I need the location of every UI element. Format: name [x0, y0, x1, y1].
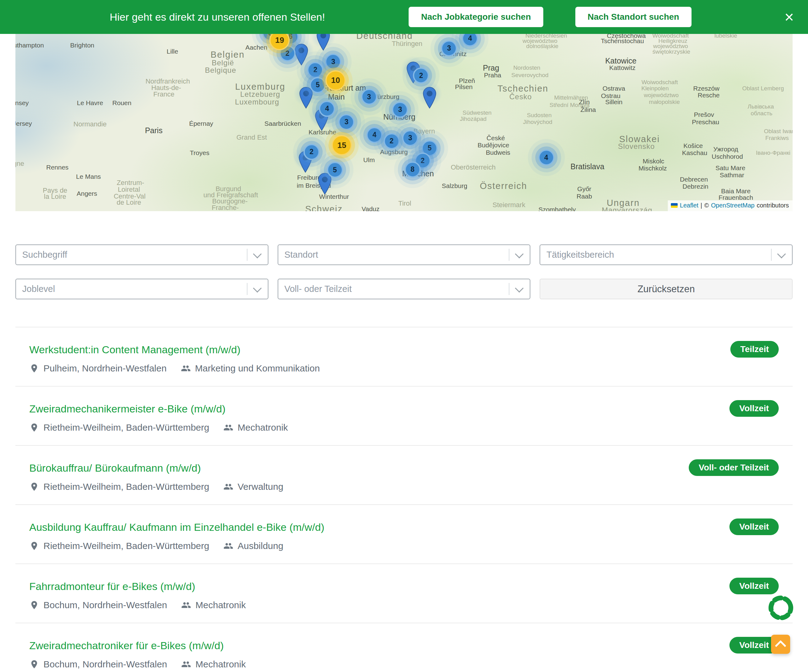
map-label: Aachen — [245, 44, 267, 51]
filter-taetigkeitsbereich[interactable]: Tätigkeitsbereich — [539, 244, 793, 265]
map-cluster[interactable]: 3 — [338, 114, 354, 130]
map-label: Deutschland — [356, 34, 412, 41]
osm-link[interactable]: OpenStreetMap — [711, 202, 755, 209]
filter-suchbegriff[interactable]: Suchbegriff — [15, 244, 269, 265]
map-label: Augsburg — [380, 148, 408, 155]
map-cluster[interactable]: 10 — [326, 70, 346, 90]
job-row[interactable]: Bürokauffrau/ Bürokaufmann (m/w/d) Rieth… — [15, 446, 793, 505]
jobs-map[interactable]: uthamptonBrightonLilleBelgienBelgiëBelgi… — [15, 34, 793, 211]
filter-placeholder: Joblevel — [22, 284, 55, 294]
map-label: Sudosten — [527, 112, 552, 119]
map-label: Südwesten — [462, 109, 491, 116]
job-category: Mechatronik — [195, 599, 245, 611]
people-icon — [224, 482, 233, 491]
job-row[interactable]: Zweiradmechanikermeister e-Bike (m/w/d) … — [15, 386, 793, 446]
job-location: Rietheim-Weilheim, Baden-Württemberg — [43, 481, 209, 493]
map-label: gne — [15, 160, 24, 168]
map-cluster[interactable]: 3 — [325, 53, 341, 70]
map-cluster[interactable]: 5 — [327, 162, 343, 178]
filter-joblevel[interactable]: Joblevel — [15, 279, 269, 299]
map-label: Satu Mare — [716, 164, 745, 172]
map-label: Épernay — [189, 120, 213, 127]
map-label: Woiwodschaft — [642, 79, 678, 86]
chevron-down-icon — [777, 249, 786, 258]
map-cluster[interactable]: 3 — [392, 102, 408, 118]
chevron-down-icon — [515, 249, 524, 258]
map-label: Resche — [698, 92, 720, 99]
map-label: Львівська — [748, 103, 774, 110]
map-label: Le Havre — [77, 99, 103, 107]
map-cluster[interactable]: 4 — [366, 127, 382, 143]
job-title-link[interactable]: Fahrradmonteur für e-Bikes (m/w/d) — [29, 580, 195, 593]
map-cluster[interactable]: 2 — [307, 62, 323, 78]
job-meta: Bochum, Nordrhein-Westfalen Mechatronik — [29, 599, 779, 611]
job-location: Bochum, Nordrhein-Westfalen — [43, 599, 167, 611]
map-cluster[interactable]: 2 — [304, 144, 320, 160]
map-cluster[interactable]: 8 — [405, 162, 421, 177]
copyright-sign: © — [704, 202, 709, 209]
map-label: Budweis — [486, 149, 510, 156]
map-label: de Loire — [117, 199, 141, 207]
filter-standort[interactable]: Standort — [278, 244, 531, 265]
map-cluster[interactable]: 3 — [441, 40, 457, 57]
job-row[interactable]: Werkstudent:in Content Management (m/w/d… — [15, 328, 793, 386]
map-label: Oblast Lemberg — [742, 85, 784, 92]
map-cluster[interactable]: 3 — [402, 130, 418, 146]
map-label: Slovensko — [618, 142, 655, 151]
job-badge: Vollzeit — [730, 518, 779, 535]
job-row[interactable]: Zweiradmechatroniker für e-Bikes (m/w/d)… — [15, 623, 793, 672]
close-icon[interactable]: × — [785, 9, 794, 25]
map-label: Івано-Франкі — [756, 149, 790, 156]
map-label: Severovychod — [511, 72, 548, 79]
map-pin-icon[interactable] — [318, 173, 332, 196]
map-cluster[interactable]: 4 — [319, 101, 335, 117]
filter-voll-oder-teilzeit[interactable]: Voll- oder Teilzeit — [278, 279, 531, 299]
map-label: Ужгород — [713, 145, 738, 153]
job-title-link[interactable]: Werkstudent:in Content Management (m/w/d… — [29, 343, 240, 356]
chevron-down-icon — [253, 284, 262, 292]
map-pin-icon[interactable] — [423, 87, 436, 110]
job-title-link[interactable]: Bürokauffrau/ Bürokaufmann (m/w/d) — [29, 461, 201, 475]
map-label: Kattowitz — [609, 64, 635, 72]
job-title-link[interactable]: Zweiradmechanikermeister e-Bike (m/w/d) — [29, 402, 225, 416]
map-pin-icon[interactable] — [317, 34, 330, 52]
map-label: świętokrzyskie — [653, 48, 690, 55]
map-pin-icon[interactable] — [295, 44, 308, 67]
map-cluster[interactable]: 3 — [361, 89, 377, 105]
map-cluster[interactable]: 15 — [332, 135, 352, 155]
job-title-link[interactable]: Ausbildung Kauffrau/ Kaufmann im Einzelh… — [29, 520, 324, 534]
map-label: Debrecen — [680, 176, 708, 183]
reset-filters-button[interactable]: Zurücksetzen — [539, 279, 793, 299]
promo-banner: Hier geht es direkt zu unseren offenen S… — [0, 0, 808, 34]
job-row[interactable]: Fahrradmonteur für e-Bikes (m/w/d) Bochu… — [15, 564, 793, 623]
map-label: Jihovýchod — [523, 119, 552, 125]
leaflet-link[interactable]: Leaflet — [680, 202, 698, 209]
map-cluster[interactable]: 2 — [413, 67, 429, 84]
map-label: Győr — [577, 185, 591, 193]
map-label: Lille — [167, 48, 178, 55]
job-row[interactable]: Ausbildung Kauffrau/ Kaufmann im Einzelh… — [15, 505, 793, 564]
job-meta: Rietheim-Weilheim, Baden-Württemberg Ver… — [29, 481, 779, 493]
people-icon — [181, 363, 191, 373]
map-label: Sathmar — [720, 171, 744, 179]
people-icon — [181, 659, 191, 669]
wreath-logo[interactable] — [767, 594, 795, 622]
search-by-category-button[interactable]: Nach Jobkategorie suchen — [409, 7, 543, 27]
map-cluster[interactable]: 2 — [384, 133, 400, 149]
map-pin-icon[interactable] — [299, 87, 313, 110]
map-label: Tschenstochau — [601, 37, 644, 45]
map-cluster[interactable]: 4 — [538, 149, 554, 165]
scroll-to-top-button[interactable] — [771, 635, 790, 654]
map-label: Tirol — [399, 199, 411, 207]
filter-section: Suchbegriff Standort Tätigkeitsbereich Z… — [15, 244, 793, 313]
map-cluster[interactable]: 4 — [462, 34, 478, 47]
job-category: Verwaltung — [238, 481, 283, 493]
map-cluster[interactable]: 5 — [310, 77, 326, 93]
map-label: область — [751, 110, 772, 117]
job-title-link[interactable]: Zweiradmechatroniker für e-Bikes (m/w/d) — [29, 639, 224, 652]
map-label: Grand Est — [236, 134, 267, 142]
map-label: Zlín — [579, 98, 590, 106]
map-label: Pilsen — [455, 83, 473, 90]
search-by-location-button[interactable]: Nach Standort suchen — [575, 7, 691, 27]
map-label: rnsey — [15, 99, 28, 107]
